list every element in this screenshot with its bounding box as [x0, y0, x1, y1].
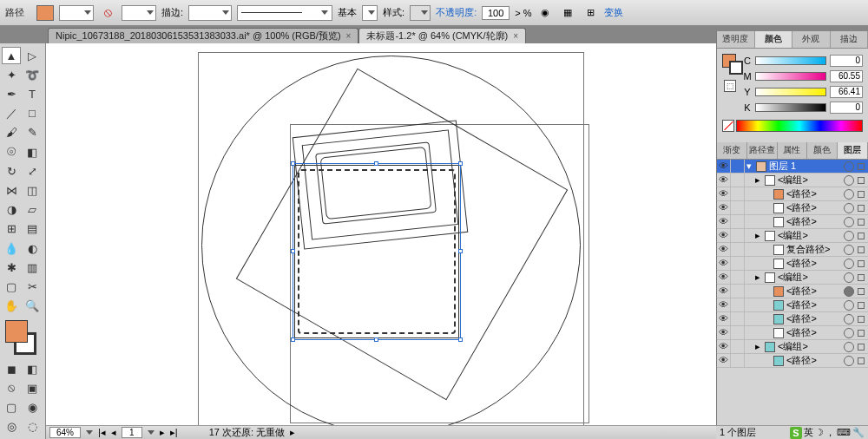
paintbrush-tool[interactable]: 🖌	[2, 124, 21, 141]
target-icon[interactable]	[844, 231, 854, 241]
handle-s[interactable]	[374, 337, 378, 342]
disclosure-triangle[interactable]: ▸	[753, 174, 762, 186]
lock-toggle[interactable]	[731, 174, 745, 187]
layer-name[interactable]: <路径>	[786, 298, 840, 311]
layer-row[interactable]: 👁<路径>	[717, 312, 868, 326]
handle-ne[interactable]	[458, 161, 463, 166]
visibility-toggle[interactable]: 👁	[717, 229, 731, 242]
layer-row[interactable]: 👁复合路径>	[717, 243, 868, 257]
lock-toggle[interactable]	[731, 160, 745, 173]
eraser-tool[interactable]: ◧	[23, 143, 42, 161]
layer-row[interactable]: 👁<路径>	[717, 326, 868, 340]
visibility-toggle[interactable]: 👁	[717, 354, 731, 367]
graphic-style-dropdown[interactable]	[410, 5, 431, 21]
lock-toggle[interactable]	[731, 285, 745, 298]
blob-brush-tool[interactable]: ⦾	[2, 143, 21, 161]
lock-toggle[interactable]	[731, 215, 745, 228]
disclosure-triangle[interactable]: ▸	[753, 230, 762, 241]
lock-toggle[interactable]	[731, 354, 745, 367]
visibility-toggle[interactable]: 👁	[717, 187, 731, 200]
lock-toggle[interactable]	[731, 257, 745, 270]
target-icon[interactable]	[844, 259, 854, 269]
tab-color2[interactable]: 颜色	[807, 142, 838, 159]
target-icon[interactable]	[844, 175, 854, 186]
artboard-tool[interactable]: ▢	[2, 278, 21, 295]
fill-swatch[interactable]	[36, 5, 54, 21]
stroke-weight-dropdown[interactable]	[188, 5, 232, 21]
visibility-toggle[interactable]: 👁	[717, 160, 731, 173]
handle-n[interactable]	[374, 161, 378, 166]
mesh-tool[interactable]: ⊞	[2, 220, 21, 238]
target-icon[interactable]	[844, 300, 854, 311]
target-icon[interactable]	[844, 314, 854, 324]
layer-name[interactable]: <路径>	[786, 285, 840, 298]
visibility-toggle[interactable]: 👁	[717, 243, 731, 256]
layer-name[interactable]: <路径>	[786, 201, 840, 214]
black-slider[interactable]: K 0	[743, 101, 863, 115]
isolate-icon[interactable]: ⊞	[582, 4, 599, 22]
free-transform-tool[interactable]: ◫	[23, 181, 42, 199]
draw-inside[interactable]: ◌	[23, 418, 42, 436]
visibility-toggle[interactable]: 👁	[717, 271, 731, 284]
brush-def-dropdown[interactable]	[237, 5, 332, 21]
color-mode-btn[interactable]: ◼	[2, 360, 21, 377]
layer-row[interactable]: 👁<路径>	[717, 187, 868, 201]
artboard-nav-prev[interactable]: |◂	[98, 427, 106, 438]
stroke-color-dropdown[interactable]	[122, 5, 156, 21]
tab-attributes[interactable]: 属性	[778, 142, 808, 159]
draw-behind[interactable]: ◎	[2, 418, 21, 436]
doc-tab-1[interactable]: Nipic_10673188_20180306153531383033.ai* …	[48, 28, 358, 43]
chevron-down-icon[interactable]	[86, 430, 93, 435]
lock-toggle[interactable]	[731, 340, 745, 353]
artboard-nav-prev2[interactable]: ◂	[111, 427, 116, 438]
magenta-slider[interactable]: M 60.55	[743, 69, 863, 83]
ime-settings-icon[interactable]: 🔧	[852, 427, 865, 438]
opacity-link[interactable]: 不透明度:	[436, 6, 477, 19]
tab-color[interactable]: 颜色	[755, 31, 793, 48]
target-icon[interactable]	[844, 203, 854, 213]
symbol-sprayer-tool[interactable]: ✱	[2, 259, 21, 276]
visibility-toggle[interactable]: 👁	[717, 257, 731, 270]
visibility-toggle[interactable]: 👁	[717, 326, 731, 339]
eyedropper-tool[interactable]: 💧	[2, 239, 21, 257]
pencil-tool[interactable]: ✎	[23, 124, 42, 141]
stroke-swatch-panel[interactable]	[729, 61, 743, 75]
target-icon[interactable]	[844, 189, 854, 200]
layer-row[interactable]: 👁▸<编组>	[717, 229, 868, 243]
visibility-toggle[interactable]: 👁	[717, 312, 731, 325]
perspective-tool[interactable]: ▱	[23, 201, 42, 219]
visibility-toggle[interactable]: 👁	[717, 340, 731, 353]
direct-select-tool[interactable]: ▷	[23, 47, 42, 64]
zoom-field[interactable]: 64%	[49, 427, 81, 438]
recolor-icon[interactable]: ◉	[536, 4, 554, 22]
handle-w[interactable]	[291, 249, 295, 253]
magic-wand-tool[interactable]: ✦	[2, 66, 21, 83]
lock-toggle[interactable]	[731, 271, 745, 284]
lock-toggle[interactable]	[731, 229, 745, 242]
target-icon[interactable]	[844, 286, 854, 297]
opacity-input[interactable]: 100	[482, 6, 510, 20]
canvas[interactable]	[46, 43, 716, 425]
layer-name[interactable]: 图层 1	[769, 160, 840, 173]
layer-row[interactable]: 👁▸<编组>	[717, 174, 868, 187]
gradient-tool[interactable]: ▤	[23, 220, 42, 238]
target-icon[interactable]	[844, 328, 854, 338]
lock-toggle[interactable]	[731, 243, 745, 256]
target-icon[interactable]	[844, 356, 854, 366]
pen-tool[interactable]: ✒	[2, 85, 21, 102]
lock-toggle[interactable]	[731, 312, 745, 325]
artboard-nav-next[interactable]: ▸	[160, 427, 165, 438]
rectangle-tool[interactable]: □	[23, 105, 42, 122]
layer-row[interactable]: 👁▾图层 1	[717, 160, 868, 174]
fill-dropdown[interactable]	[59, 5, 94, 21]
no-stroke-icon[interactable]: ⦸	[99, 4, 116, 22]
target-icon[interactable]	[844, 217, 854, 227]
graph-tool[interactable]: ▥	[23, 259, 42, 276]
align-icon[interactable]: ▦	[559, 4, 576, 22]
layer-name[interactable]: <编组>	[778, 340, 840, 353]
ime-badge[interactable]: S	[790, 427, 802, 439]
layer-name[interactable]: <路径>	[786, 326, 840, 339]
line-tool[interactable]: ／	[2, 105, 21, 122]
lock-toggle[interactable]	[731, 326, 745, 339]
target-icon[interactable]	[844, 245, 854, 255]
